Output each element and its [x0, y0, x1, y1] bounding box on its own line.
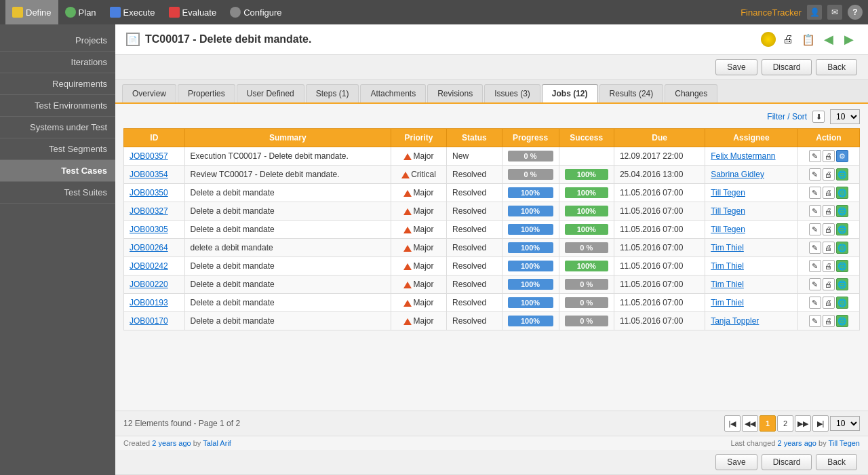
page-1-btn[interactable]: 1: [760, 415, 776, 432]
nav-evaluate[interactable]: Evaluate: [162, 0, 224, 24]
tab-revisions[interactable]: Revisions: [427, 84, 483, 102]
job-id-link[interactable]: JOB00357: [130, 151, 168, 161]
copy-icon[interactable]: 📋: [800, 31, 816, 48]
filter-sort-link[interactable]: Filter / Sort: [767, 112, 807, 121]
sidebar-item-systems-under-test[interactable]: Systems under Test: [0, 117, 115, 138]
page-last-btn[interactable]: ▶|: [812, 415, 829, 432]
assignee-link[interactable]: Tim Thiel: [711, 261, 744, 271]
tab-attachments[interactable]: Attachments: [360, 84, 426, 102]
page-prev-btn[interactable]: ◀◀: [742, 415, 758, 432]
nav-configure[interactable]: Configure: [223, 0, 288, 24]
export-icon[interactable]: ⬇: [812, 111, 825, 123]
per-page-select-bottom[interactable]: 10 25 50: [830, 416, 860, 431]
print-row-icon[interactable]: 🖨: [823, 168, 835, 180]
user-icon[interactable]: 👤: [807, 5, 822, 20]
sidebar-item-requirements[interactable]: Requirements: [0, 73, 115, 95]
save-button-bottom[interactable]: Save: [715, 454, 757, 470]
tab-results[interactable]: Results (24): [599, 84, 664, 102]
assignee-link[interactable]: Till Tegen: [711, 188, 745, 197]
discard-button-bottom[interactable]: Discard: [762, 454, 812, 470]
page-next-btn[interactable]: ▶▶: [795, 415, 811, 432]
tab-jobs[interactable]: Jobs (12): [542, 84, 598, 102]
job-id-link[interactable]: JOB00327: [130, 206, 168, 216]
print-row-icon[interactable]: 🖨: [823, 315, 835, 327]
edit-icon[interactable]: ✎: [809, 278, 821, 290]
nav-forward-icon[interactable]: ▶: [841, 31, 857, 48]
sidebar-item-test-suites[interactable]: Test Suites: [0, 182, 115, 204]
tab-issues[interactable]: Issues (3): [484, 84, 540, 102]
assignee-link[interactable]: Sabrina Gidley: [711, 170, 764, 179]
tab-properties[interactable]: Properties: [178, 84, 235, 102]
job-id-link[interactable]: JOB00242: [130, 261, 168, 271]
nav-plan[interactable]: Plan: [58, 0, 103, 24]
assignee-link[interactable]: Tim Thiel: [711, 298, 744, 307]
sidebar-item-test-segments[interactable]: Test Segments: [0, 138, 115, 160]
edit-icon[interactable]: ✎: [809, 205, 821, 217]
help-icon[interactable]: ?: [848, 5, 863, 20]
globe-icon[interactable]: 🌐: [836, 242, 848, 254]
back-button-bottom[interactable]: Back: [816, 454, 857, 470]
tab-overview[interactable]: Overview: [122, 84, 176, 102]
globe-icon[interactable]: 🌐: [836, 278, 848, 290]
globe-icon[interactable]: 🌐: [836, 260, 848, 272]
creator-link[interactable]: Talal Arif: [203, 439, 231, 447]
print-row-icon[interactable]: 🖨: [823, 242, 835, 254]
job-id-link[interactable]: JOB00220: [130, 280, 168, 289]
assignee-link[interactable]: Till Tegen: [711, 225, 745, 234]
globe-icon[interactable]: 🌐: [836, 205, 848, 217]
edit-icon[interactable]: ✎: [809, 187, 821, 199]
sidebar-item-test-cases[interactable]: Test Cases: [0, 160, 115, 182]
changer-link[interactable]: Till Tegen: [829, 439, 860, 447]
assignee-link[interactable]: Tim Thiel: [711, 280, 744, 289]
per-page-select[interactable]: 10 25 50: [830, 109, 860, 124]
job-id-link[interactable]: JOB00264: [130, 243, 168, 252]
edit-icon[interactable]: ✎: [809, 260, 821, 272]
globe-icon[interactable]: 🌐: [836, 297, 848, 309]
messages-icon[interactable]: ✉: [827, 5, 842, 20]
print-row-icon[interactable]: 🖨: [823, 205, 835, 217]
edit-icon[interactable]: ✎: [809, 242, 821, 254]
job-id-link[interactable]: JOB00170: [130, 316, 168, 326]
globe-icon[interactable]: 🌐: [836, 315, 848, 327]
back-button-top[interactable]: Back: [816, 59, 857, 75]
print-row-icon[interactable]: 🖨: [823, 187, 835, 199]
edit-icon[interactable]: ✎: [809, 150, 821, 162]
sidebar-item-iterations[interactable]: Iterations: [0, 52, 115, 73]
discard-button-top[interactable]: Discard: [762, 59, 812, 75]
print-row-icon[interactable]: 🖨: [823, 260, 835, 272]
edit-icon[interactable]: ✎: [809, 168, 821, 180]
nav-define[interactable]: Define: [5, 0, 58, 24]
sidebar-item-test-environments[interactable]: Test Environments: [0, 95, 115, 117]
assignee-link[interactable]: Felix Mustermann: [711, 151, 775, 161]
config-icon[interactable]: ⚙: [836, 150, 848, 162]
print-icon[interactable]: 🖨: [780, 31, 796, 48]
page-2-btn[interactable]: 2: [777, 415, 793, 432]
job-id-link[interactable]: JOB00193: [130, 298, 168, 307]
page-first-btn[interactable]: |◀: [724, 415, 741, 432]
print-row-icon[interactable]: 🖨: [823, 278, 835, 290]
globe-icon[interactable]: 🌐: [836, 168, 848, 180]
print-row-icon[interactable]: 🖨: [823, 223, 835, 235]
print-row-icon[interactable]: 🖨: [823, 297, 835, 309]
tab-user-defined[interactable]: User Defined: [237, 84, 304, 102]
nav-execute[interactable]: Execute: [103, 0, 162, 24]
sidebar-item-projects[interactable]: Projects: [0, 30, 115, 52]
globe-icon[interactable]: 🌐: [836, 223, 848, 235]
save-button-top[interactable]: Save: [715, 59, 757, 75]
assignee-link[interactable]: Tanja Toppler: [711, 316, 759, 326]
edit-icon[interactable]: ✎: [809, 223, 821, 235]
nav-back-icon[interactable]: ◀: [821, 31, 837, 48]
assignee-link[interactable]: Till Tegen: [711, 206, 745, 216]
edit-icon[interactable]: ✎: [809, 297, 821, 309]
assignee-link[interactable]: Tim Thiel: [711, 243, 744, 252]
job-id-link[interactable]: JOB00354: [130, 170, 168, 179]
job-id-link[interactable]: JOB00305: [130, 225, 168, 234]
tab-changes[interactable]: Changes: [665, 84, 717, 102]
edit-icon[interactable]: ✎: [809, 315, 821, 327]
print-row-icon[interactable]: 🖨: [823, 150, 835, 162]
job-id-link[interactable]: JOB00350: [130, 188, 168, 197]
tab-steps[interactable]: Steps (1): [306, 84, 359, 102]
created-age[interactable]: 2 years ago: [152, 439, 191, 447]
changed-age[interactable]: 2 years ago: [778, 439, 816, 447]
globe-icon[interactable]: 🌐: [836, 187, 848, 199]
